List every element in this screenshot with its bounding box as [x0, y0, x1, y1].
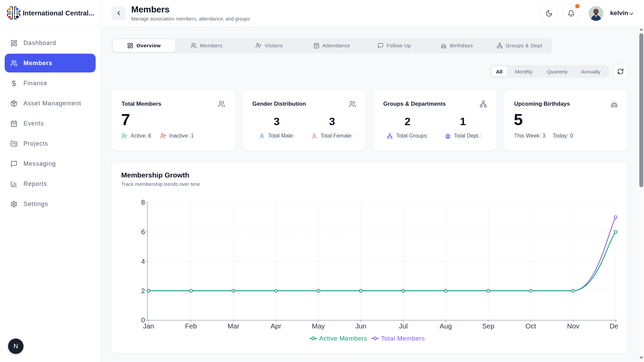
svg-text:Active Members: Active Members	[319, 335, 367, 342]
svg-text:Feb: Feb	[185, 322, 197, 330]
svg-text:Mar: Mar	[228, 322, 239, 330]
svg-text:2: 2	[141, 287, 145, 295]
svg-text:Dec: Dec	[609, 322, 618, 330]
svg-text:Jun: Jun	[355, 322, 366, 330]
svg-text:Aug: Aug	[440, 322, 452, 330]
svg-text:Sep: Sep	[482, 322, 494, 330]
svg-text:Nov: Nov	[567, 322, 580, 330]
svg-text:6: 6	[141, 228, 145, 236]
svg-text:Jan: Jan	[143, 322, 154, 330]
svg-text:Apr: Apr	[270, 322, 281, 330]
svg-text:Total Members: Total Members	[381, 335, 425, 342]
svg-text:May: May	[312, 322, 325, 330]
svg-text:Oct: Oct	[526, 322, 536, 330]
svg-text:8: 8	[141, 198, 145, 206]
svg-text:Jul: Jul	[399, 322, 408, 330]
svg-text:4: 4	[141, 257, 145, 265]
